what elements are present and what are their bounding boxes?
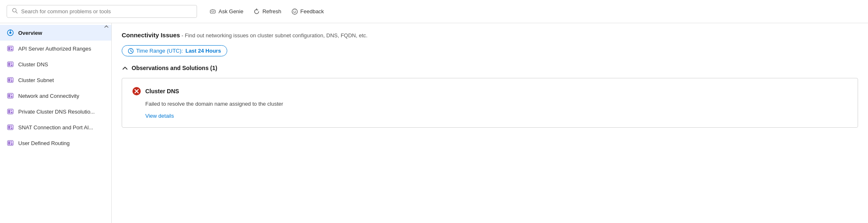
svg-point-8: [292, 9, 297, 14]
observation-card-title: Cluster DNS: [145, 88, 179, 95]
sidebar-item-cluster-dns[interactable]: Cluster DNS: [0, 56, 111, 72]
svg-rect-33: [11, 112, 12, 113]
sidebar-item-cluster-dns-label: Cluster DNS: [18, 61, 48, 68]
svg-rect-32: [11, 110, 12, 111]
svg-rect-41: [11, 143, 12, 145]
svg-rect-21: [11, 65, 12, 66]
observation-header: Cluster DNS: [132, 87, 848, 96]
sidebar-item-network-label: Network and Connectivity: [18, 93, 79, 99]
sidebar-item-cluster-subnet[interactable]: Cluster Subnet: [0, 72, 111, 88]
svg-point-12: [10, 32, 12, 34]
cluster-subnet-icon: [7, 76, 14, 84]
time-range-value: Last 24 Hours: [185, 48, 221, 54]
page-subtitle: - Find out networking issues on cluster …: [182, 32, 368, 39]
toolbar-actions: Ask Genie Refresh Feedback: [205, 6, 328, 17]
svg-rect-2: [210, 10, 215, 13]
observations-section-header: Observations and Solutions (1): [122, 65, 858, 71]
svg-point-6: [212, 11, 212, 12]
page-header: Connectivity Issues - Find out networkin…: [122, 32, 858, 39]
svg-point-9: [293, 11, 294, 12]
svg-rect-27: [8, 94, 10, 97]
svg-rect-15: [8, 47, 10, 50]
search-box[interactable]: [7, 5, 197, 18]
overview-icon: [7, 29, 14, 36]
sidebar-item-user-defined-routing[interactable]: User Defined Routing: [0, 135, 111, 151]
collapse-icon[interactable]: [122, 65, 128, 71]
ask-genie-button[interactable]: Ask Genie: [205, 6, 248, 17]
svg-rect-39: [8, 141, 10, 145]
svg-rect-37: [11, 128, 12, 129]
svg-rect-40: [11, 141, 12, 143]
observation-card: Cluster DNS Failed to resolve the domain…: [122, 78, 858, 128]
refresh-icon: [253, 8, 260, 15]
search-icon: [12, 8, 18, 15]
feedback-button[interactable]: Feedback: [287, 6, 328, 17]
sidebar-item-overview-label: Overview: [18, 30, 42, 36]
snat-connection-icon: [7, 124, 14, 131]
refresh-label: Refresh: [262, 8, 281, 15]
svg-line-44: [131, 51, 132, 52]
toolbar: Ask Genie Refresh Feedback: [0, 0, 868, 23]
genie-icon: [209, 8, 216, 15]
page-title: Connectivity Issues: [122, 32, 180, 39]
observation-description: Failed to resolve the domain name assign…: [145, 101, 848, 107]
svg-rect-20: [11, 63, 12, 64]
content-area: Connectivity Issues - Find out networkin…: [112, 23, 868, 223]
svg-point-7: [214, 11, 214, 12]
svg-rect-24: [11, 78, 12, 80]
svg-point-10: [295, 11, 296, 12]
sidebar-item-overview[interactable]: Overview: [0, 25, 111, 41]
time-range-button[interactable]: Time Range (UTC): Last 24 Hours: [122, 45, 227, 56]
svg-rect-17: [11, 49, 12, 50]
sidebar-item-api-server[interactable]: API Server Authorized Ranges: [0, 41, 111, 56]
sidebar-item-private-dns-label: Private Cluster DNS Resolutio...: [18, 109, 95, 115]
sidebar-item-network-connectivity[interactable]: Network and Connectivity: [0, 88, 111, 104]
observations-title: Observations and Solutions (1): [132, 65, 217, 71]
sidebar-item-private-cluster-dns[interactable]: Private Cluster DNS Resolutio...: [0, 104, 111, 119]
sidebar-item-api-label: API Server Authorized Ranges: [18, 46, 91, 52]
user-defined-routing-icon: [7, 139, 14, 147]
api-server-icon: [7, 45, 14, 52]
cluster-dns-icon: [7, 61, 14, 68]
sidebar-item-udr-label: User Defined Routing: [18, 140, 70, 146]
svg-line-1: [16, 12, 17, 13]
private-cluster-dns-icon: [7, 108, 14, 115]
clock-icon: [128, 48, 134, 54]
view-details-link[interactable]: View details: [145, 113, 174, 119]
svg-rect-35: [8, 126, 10, 129]
sidebar-scroll-up[interactable]: [103, 23, 110, 31]
sidebar-item-snat-label: SNAT Connection and Port Al...: [18, 124, 93, 131]
svg-rect-31: [8, 110, 10, 113]
feedback-label: Feedback: [301, 8, 324, 15]
svg-rect-25: [11, 80, 12, 82]
sidebar-item-snat-connection[interactable]: SNAT Connection and Port Al...: [0, 119, 111, 135]
error-icon: [132, 87, 141, 96]
svg-rect-29: [11, 96, 12, 97]
sidebar: Overview API Server Authorized Ranges: [0, 23, 112, 223]
svg-rect-36: [11, 126, 12, 127]
ask-genie-label: Ask Genie: [219, 8, 243, 15]
main-layout: Overview API Server Authorized Ranges: [0, 23, 868, 223]
svg-rect-23: [8, 78, 10, 82]
search-input[interactable]: [21, 8, 192, 15]
svg-rect-28: [11, 94, 12, 95]
feedback-icon: [291, 8, 298, 15]
sidebar-item-cluster-subnet-label: Cluster Subnet: [18, 77, 54, 83]
svg-rect-19: [8, 63, 10, 66]
network-connectivity-icon: [7, 92, 14, 99]
refresh-button[interactable]: Refresh: [249, 6, 286, 17]
svg-rect-16: [11, 47, 12, 48]
time-range-label: Time Range (UTC):: [136, 48, 183, 54]
